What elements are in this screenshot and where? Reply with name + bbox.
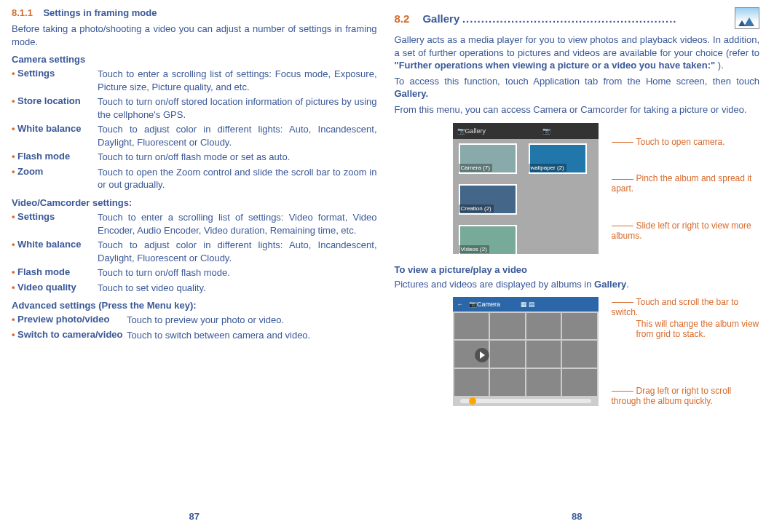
figure-callouts: Touch and scroll the bar to switch. This…: [612, 297, 760, 406]
album-topbar: ← 📷 Camera ▦ ▤: [453, 297, 599, 311]
camera-settings-heading: Camera settings: [12, 54, 377, 65]
video-settings-heading: Video/Camcorder settings:: [12, 197, 377, 208]
bullet-icon: •: [12, 282, 17, 295]
setting-term: White balance: [17, 239, 98, 264]
album-screenshot: ← 📷 Camera ▦ ▤: [453, 297, 599, 406]
setting-term: Preview photo/video: [17, 314, 127, 327]
setting-term: Flash mode: [17, 151, 98, 164]
setting-row: •White balanceTouch to adjust color in d…: [12, 239, 377, 264]
setting-description: Touch to turn on/off flash mode.: [98, 266, 377, 279]
section-heading: 8.2 Gallery ............................…: [395, 7, 760, 29]
gallery-topbar: 📷 Gallery 📷: [453, 123, 599, 139]
callout: Slide left or right to view more albums.: [612, 221, 760, 241]
bullet-icon: •: [12, 329, 17, 342]
bullet-icon: •: [12, 239, 17, 264]
bullet-icon: •: [12, 166, 17, 191]
section-number: 8.1.1: [12, 7, 33, 18]
setting-description: Touch to switch between camera and video…: [127, 329, 377, 342]
subheading: To view a picture/play a video: [395, 264, 760, 275]
setting-term: Video quality: [17, 282, 98, 295]
callout: This will change the album view from gri…: [636, 319, 760, 339]
setting-description: Touch to turn on/off flash mode or set a…: [98, 151, 377, 164]
intro-text: Before taking a photo/shooting a video y…: [12, 23, 377, 48]
callout: Touch to open camera.: [612, 137, 760, 147]
bullet-icon: •: [12, 211, 17, 237]
page-right: 8.2 Gallery ............................…: [386, 7, 769, 525]
setting-term: Flash mode: [17, 266, 98, 279]
title-dots: ........................................…: [462, 12, 677, 25]
section-title: Settings in framing mode: [43, 7, 157, 18]
bullet-icon: •: [12, 68, 17, 93]
figure-callouts: Touch to open camera. Pinch the album an…: [612, 123, 760, 254]
section-title: Gallery: [422, 12, 459, 25]
bullet-icon: •: [12, 123, 17, 148]
setting-row: •White balanceTouch to adjust color in d…: [12, 123, 377, 148]
gallery-albums-figure: 📷 Gallery 📷 Camera (7) wallpaper (2) Cre…: [453, 123, 760, 254]
setting-row: •SettingsTouch to enter a scrolling list…: [12, 211, 377, 237]
setting-row: •Flash modeTouch to turn on/off flash mo…: [12, 151, 377, 164]
setting-description: Touch to adjust color in different light…: [98, 239, 377, 264]
setting-term: Zoom: [17, 166, 98, 191]
setting-term: Settings: [17, 68, 98, 93]
setting-row: •ZoomTouch to open the Zoom control and …: [12, 166, 377, 191]
play-icon: [475, 348, 489, 362]
setting-description: Touch to open the Zoom control and slide…: [98, 166, 377, 191]
setting-description: Touch to turn on/off stored location inf…: [98, 95, 377, 121]
advanced-settings-heading: Advanced settings (Press the Menu key):: [12, 300, 377, 311]
page-number: 88: [395, 511, 760, 522]
setting-row: •Flash modeTouch to turn on/off flash mo…: [12, 266, 377, 279]
section-number: 8.2: [395, 12, 410, 25]
setting-term: Switch to camera/video: [17, 329, 127, 342]
section-heading: 8.1.1 Settings in framing mode: [12, 7, 377, 18]
setting-row: •Video qualityTouch to set video quality…: [12, 282, 377, 295]
setting-term: Store location: [17, 95, 98, 121]
page-left: 8.1.1 Settings in framing mode Before ta…: [3, 7, 386, 525]
paragraph: To access this function, touch Applicati…: [395, 75, 760, 100]
paragraph: Gallery acts as a media player for you t…: [395, 33, 760, 72]
callout: Drag left or right to scroll through the…: [612, 386, 743, 406]
scroll-slider: [460, 399, 591, 403]
paragraph: From this menu, you can access Camera or…: [395, 103, 760, 116]
bullet-icon: •: [12, 151, 17, 164]
setting-description: Touch to enter a scrolling list of setti…: [98, 68, 377, 93]
bullet-icon: •: [12, 314, 17, 327]
page-number: 87: [12, 511, 377, 522]
setting-row: •Store locationTouch to turn on/off stor…: [12, 95, 377, 121]
gallery-app-icon: [735, 7, 759, 29]
setting-row: •SettingsTouch to enter a scrolling list…: [12, 68, 377, 93]
setting-description: Touch to enter a scrolling list of setti…: [98, 211, 377, 237]
gallery-screenshot: 📷 Gallery 📷 Camera (7) wallpaper (2) Cre…: [453, 123, 599, 254]
bullet-icon: •: [12, 95, 17, 121]
bullet-icon: •: [12, 266, 17, 279]
callout: Touch and scroll the bar to switch.: [612, 297, 760, 317]
setting-description: Touch to set video quality.: [98, 282, 377, 295]
setting-row: •Switch to camera/videoTouch to switch b…: [12, 329, 377, 342]
setting-description: Touch to preview your photo or video.: [127, 314, 377, 327]
album-view-figure: ← 📷 Camera ▦ ▤ Touch and scroll the bar …: [453, 297, 760, 406]
setting-term: White balance: [17, 123, 98, 148]
setting-row: •Preview photo/videoTouch to preview you…: [12, 314, 377, 327]
setting-term: Settings: [17, 211, 98, 237]
callout: Pinch the album and spread it apart.: [612, 173, 760, 194]
paragraph: Pictures and videos are displayed by alb…: [395, 278, 760, 291]
setting-description: Touch to adjust color in different light…: [98, 123, 377, 148]
